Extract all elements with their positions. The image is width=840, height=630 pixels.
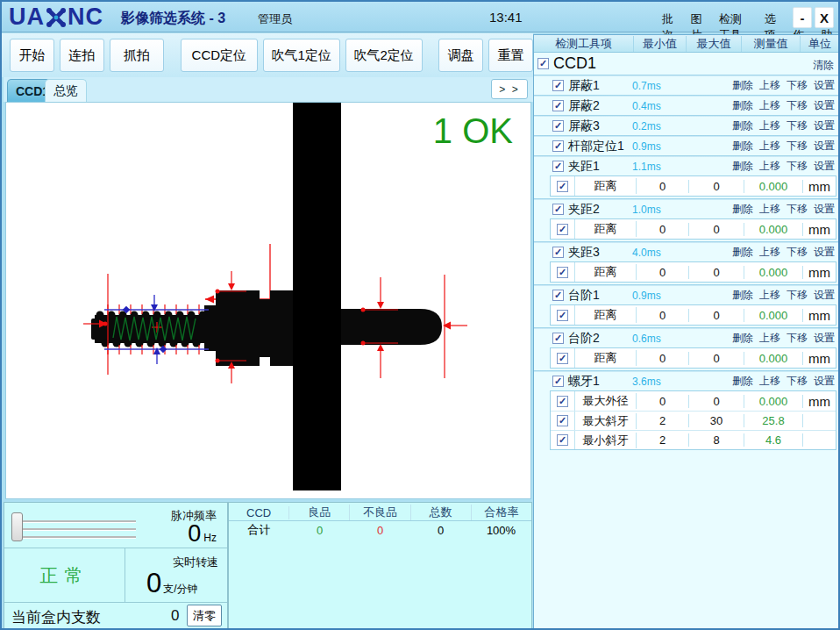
move-up-link[interactable]: 上移 bbox=[759, 98, 780, 113]
delete-link[interactable]: 删除 bbox=[732, 245, 753, 260]
move-down-link[interactable]: 下移 bbox=[787, 331, 808, 346]
checkbox[interactable] bbox=[552, 333, 564, 344]
clear-link[interactable]: 清除 bbox=[813, 58, 834, 73]
checkbox[interactable] bbox=[552, 120, 564, 132]
checkbox[interactable] bbox=[552, 204, 564, 215]
checkbox[interactable] bbox=[557, 434, 568, 446]
move-down-link[interactable]: 下移 bbox=[787, 245, 808, 260]
measure-box: 距离 0 0 0.000 mm bbox=[550, 218, 836, 240]
checkbox[interactable] bbox=[552, 376, 564, 387]
move-up-link[interactable]: 上移 bbox=[759, 245, 780, 260]
measure-value: 0.000 bbox=[744, 352, 803, 365]
measure-unit: mm bbox=[803, 351, 836, 366]
slider-handle[interactable] bbox=[11, 512, 23, 541]
expand-panel-button[interactable]: > > bbox=[491, 79, 528, 99]
move-down-link[interactable]: 下移 bbox=[787, 374, 808, 389]
move-up-link[interactable]: 上移 bbox=[759, 78, 780, 93]
move-up-link[interactable]: 上移 bbox=[759, 159, 780, 174]
move-down-link[interactable]: 下移 bbox=[787, 78, 808, 93]
blow1-position-button[interactable]: 吹气1定位 bbox=[263, 39, 340, 72]
burst-shot-button[interactable]: 连拍 bbox=[60, 39, 104, 72]
start-button[interactable]: 开始 bbox=[10, 39, 54, 72]
blow2-position-button[interactable]: 吹气2定位 bbox=[345, 39, 423, 72]
checkbox[interactable] bbox=[552, 247, 564, 258]
move-up-link[interactable]: 上移 bbox=[759, 118, 780, 133]
tool-label: 台阶2 bbox=[568, 331, 600, 347]
delete-link[interactable]: 删除 bbox=[732, 78, 753, 93]
delete-link[interactable]: 删除 bbox=[732, 288, 753, 303]
delete-link[interactable]: 删除 bbox=[732, 159, 753, 174]
settings-link[interactable]: 设置 bbox=[814, 98, 835, 113]
measure-value: 0.000 bbox=[744, 395, 803, 408]
checkbox[interactable] bbox=[552, 140, 564, 152]
delete-link[interactable]: 删除 bbox=[732, 118, 753, 133]
delete-link[interactable]: 删除 bbox=[732, 202, 753, 217]
box-count-value: 0 bbox=[171, 607, 179, 625]
tool-time: 1.1ms bbox=[632, 161, 661, 173]
measure-box: 距离 0 0 0.000 mm bbox=[550, 261, 836, 283]
settings-link[interactable]: 设置 bbox=[814, 374, 835, 389]
settings-link[interactable]: 设置 bbox=[814, 288, 835, 303]
tab-overview[interactable]: 总览 bbox=[45, 79, 87, 102]
move-up-link[interactable]: 上移 bbox=[759, 139, 780, 154]
settings-link[interactable]: 设置 bbox=[814, 245, 835, 260]
stats-bad-count: 0 bbox=[350, 524, 410, 537]
checkbox[interactable] bbox=[557, 267, 568, 278]
slider-track-line bbox=[15, 520, 136, 522]
checkbox[interactable] bbox=[557, 181, 568, 192]
delete-link[interactable]: 删除 bbox=[732, 139, 753, 154]
checkbox[interactable] bbox=[557, 310, 568, 321]
checkbox[interactable] bbox=[557, 224, 568, 235]
measure-value: 0.000 bbox=[744, 223, 803, 236]
box-count-label: 当前盒内支数 bbox=[11, 607, 101, 627]
move-up-link[interactable]: 上移 bbox=[759, 374, 780, 389]
move-up-link[interactable]: 上移 bbox=[759, 288, 780, 303]
checkbox[interactable] bbox=[557, 396, 568, 407]
logo-text-right: NC bbox=[68, 4, 103, 31]
snapshot-button[interactable]: 抓拍 bbox=[110, 39, 165, 72]
delete-link[interactable]: 删除 bbox=[732, 374, 753, 389]
move-down-link[interactable]: 下移 bbox=[787, 118, 808, 133]
settings-link[interactable]: 设置 bbox=[814, 202, 835, 217]
measure-row-distance: 距离 0 0 0.000 mm bbox=[551, 262, 836, 282]
checkbox[interactable] bbox=[552, 80, 564, 91]
settings-link[interactable]: 设置 bbox=[814, 331, 835, 346]
tool-row-step-2: 台阶2 0.6ms 删除上移下移设置 bbox=[534, 329, 839, 347]
checkbox[interactable] bbox=[552, 161, 564, 172]
delete-link[interactable]: 删除 bbox=[732, 98, 753, 113]
move-down-link[interactable]: 下移 bbox=[787, 98, 808, 113]
checkbox[interactable] bbox=[557, 353, 568, 364]
reset-button[interactable]: 重置 bbox=[488, 39, 533, 72]
delete-link[interactable]: 删除 bbox=[732, 331, 753, 346]
tool-group-ccd1: CCD1 清除 bbox=[534, 53, 839, 75]
ccd-position-button[interactable]: CCD定位 bbox=[181, 39, 258, 72]
tool-time: 0.2ms bbox=[632, 120, 661, 132]
settings-link[interactable]: 设置 bbox=[814, 78, 835, 93]
move-down-link[interactable]: 下移 bbox=[787, 288, 808, 303]
minimize-button[interactable]: - bbox=[793, 7, 812, 28]
move-up-link[interactable]: 上移 bbox=[759, 331, 780, 346]
move-up-link[interactable]: 上移 bbox=[759, 202, 780, 217]
tool-time: 0.9ms bbox=[632, 140, 661, 153]
speed-unit: 支/分钟 bbox=[163, 582, 197, 597]
move-down-link[interactable]: 下移 bbox=[787, 202, 808, 217]
move-down-link[interactable]: 下移 bbox=[787, 139, 808, 154]
adjust-tray-button[interactable]: 调盘 bbox=[438, 39, 483, 72]
measure-min: 0 bbox=[637, 223, 689, 236]
clear-count-button[interactable]: 清零 bbox=[187, 605, 222, 626]
pulse-frequency-value: 0 bbox=[188, 520, 201, 548]
measure-name: 距离 bbox=[575, 178, 637, 194]
checkbox[interactable] bbox=[552, 100, 564, 111]
settings-link[interactable]: 设置 bbox=[814, 118, 835, 133]
move-down-link[interactable]: 下移 bbox=[787, 159, 808, 174]
settings-link[interactable]: 设置 bbox=[814, 159, 835, 174]
settings-link[interactable]: 设置 bbox=[814, 139, 835, 154]
tool-label: 夹距2 bbox=[568, 202, 600, 218]
close-button[interactable]: X bbox=[815, 7, 834, 28]
checkbox[interactable] bbox=[557, 415, 568, 426]
app-title: 影像筛选系统 - 3 bbox=[121, 10, 225, 28]
measure-name: 最大斜牙 bbox=[575, 413, 637, 429]
clock: 13:41 bbox=[489, 10, 523, 25]
checkbox[interactable] bbox=[552, 290, 564, 301]
checkbox[interactable] bbox=[537, 58, 549, 69]
